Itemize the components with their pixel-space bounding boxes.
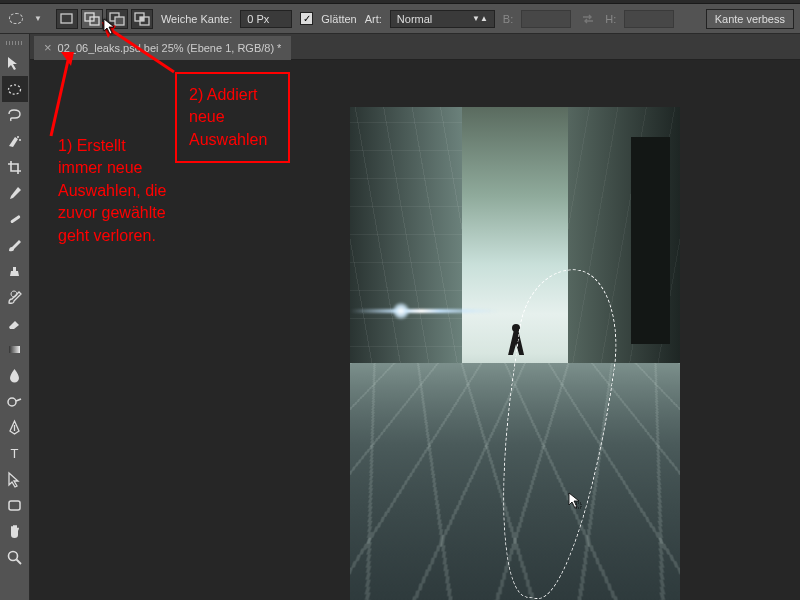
feather-input[interactable] [240,10,292,28]
tools-panel: T [0,34,30,600]
brush-tool[interactable] [2,232,28,258]
svg-rect-16 [9,501,20,510]
hand-tool[interactable] [2,518,28,544]
width-input [521,10,571,28]
annotation-2: 2) Addiert neue Auswahlen [175,72,290,163]
dropdown-caret-icon: ▼▲ [472,14,488,23]
path-selection-tool[interactable] [2,466,28,492]
annotation-1: 1) Erstellt immer neue Auswahlen, die zu… [58,135,168,247]
svg-point-10 [19,139,21,141]
svg-rect-0 [61,14,72,23]
shape-tool[interactable] [2,492,28,518]
height-label: H: [605,13,616,25]
svg-point-9 [17,136,19,138]
clone-stamp-tool[interactable] [2,258,28,284]
pen-tool[interactable] [2,414,28,440]
annotation-arrow-2-icon [100,22,185,82]
quick-selection-tool[interactable] [2,128,28,154]
dropdown-caret-icon[interactable]: ▼ [34,14,42,23]
history-brush-tool[interactable] [2,284,28,310]
swap-dimensions-icon [579,11,597,27]
svg-text:T: T [11,446,19,461]
antialias-label: Glätten [321,13,356,25]
width-label: B: [503,13,513,25]
eraser-tool[interactable] [2,310,28,336]
annotation-arrow-1-icon [39,44,79,144]
svg-rect-13 [9,346,20,353]
healing-brush-tool[interactable] [2,206,28,232]
marquee-tool[interactable] [2,76,28,102]
crop-tool[interactable] [2,154,28,180]
svg-point-17 [9,551,18,560]
svg-marker-22 [102,22,116,38]
selection-new-button[interactable] [56,9,78,29]
dodge-tool[interactable] [2,388,28,414]
refine-edge-button[interactable]: Kante verbess [706,9,794,29]
eyedropper-tool[interactable] [2,180,28,206]
svg-line-19 [51,56,69,136]
svg-point-8 [9,84,21,93]
antialias-checkbox[interactable]: ✓ [300,12,313,25]
style-dropdown[interactable]: Normal ▼▲ [390,10,495,28]
gradient-tool[interactable] [2,336,28,362]
blur-tool[interactable] [2,362,28,388]
style-label: Art: [365,13,382,25]
svg-point-14 [8,398,16,406]
type-tool[interactable]: T [2,440,28,466]
move-tool[interactable] [2,50,28,76]
style-value: Normal [397,13,432,25]
svg-rect-7 [140,17,144,21]
height-input [624,10,674,28]
document-canvas[interactable] [350,107,680,600]
tools-handle-icon[interactable] [1,38,29,48]
zoom-tool[interactable] [2,544,28,570]
svg-line-21 [108,28,174,72]
svg-point-12 [11,221,13,223]
ellipse-marquee-indicator-icon [6,9,26,29]
lasso-tool[interactable] [2,102,28,128]
